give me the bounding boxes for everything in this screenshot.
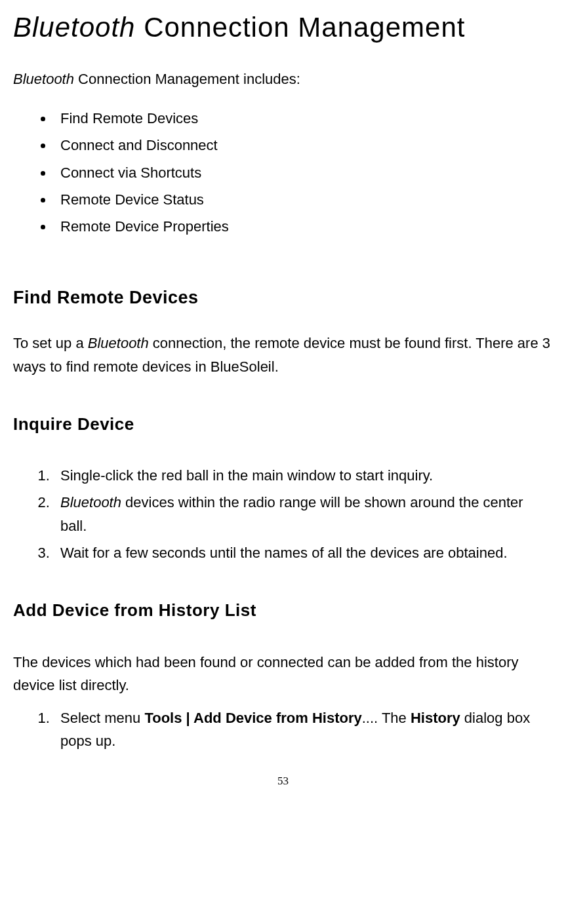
list-item: Connect and Disconnect	[54, 134, 553, 157]
inquire-item2-rest: devices within the radio range will be s…	[60, 494, 523, 533]
heading-add-device-history: Add Device from History List	[13, 597, 553, 625]
history-item1-bold2: History	[411, 710, 460, 726]
heading-find-remote-devices: Find Remote Devices	[13, 284, 553, 312]
list-item: Single-click the red ball in the main wi…	[54, 464, 553, 487]
list-item: Wait for a few seconds until the names o…	[54, 541, 553, 564]
intro-rest: Connection Management includes:	[74, 71, 300, 87]
title-rest: Connection Management	[135, 12, 465, 43]
page-title: Bluetooth Connection Management	[13, 7, 553, 48]
list-item: Remote Device Status	[54, 188, 553, 211]
list-item: Connect via Shortcuts	[54, 161, 553, 184]
find-paragraph: To set up a Bluetooth connection, the re…	[13, 332, 553, 377]
list-item: Select menu Tools | Add Device from Hist…	[54, 706, 553, 752]
history-paragraph: The devices which had been found or conn…	[13, 651, 553, 697]
inquire-item2-italic: Bluetooth	[60, 494, 121, 510]
history-item1-pre: Select menu	[60, 710, 144, 726]
list-item: Bluetooth devices within the radio range…	[54, 491, 553, 537]
history-numbered-list: Select menu Tools | Add Device from Hist…	[13, 706, 553, 752]
find-pre: To set up a	[13, 335, 88, 351]
history-item1-mid: .... The	[362, 710, 411, 726]
page-number: 53	[13, 772, 553, 790]
includes-bullet-list: Find Remote Devices Connect and Disconne…	[13, 107, 553, 238]
heading-inquire-device: Inquire Device	[13, 411, 553, 438]
list-item: Remote Device Properties	[54, 215, 553, 238]
title-italic: Bluetooth	[13, 12, 135, 43]
find-italic: Bluetooth	[88, 335, 149, 351]
inquire-numbered-list: Single-click the red ball in the main wi…	[13, 464, 553, 564]
list-item: Find Remote Devices	[54, 107, 553, 130]
history-item1-bold1: Tools | Add Device from History	[144, 710, 361, 726]
intro-italic: Bluetooth	[13, 71, 74, 87]
intro-paragraph: Bluetooth Connection Management includes…	[13, 67, 553, 90]
